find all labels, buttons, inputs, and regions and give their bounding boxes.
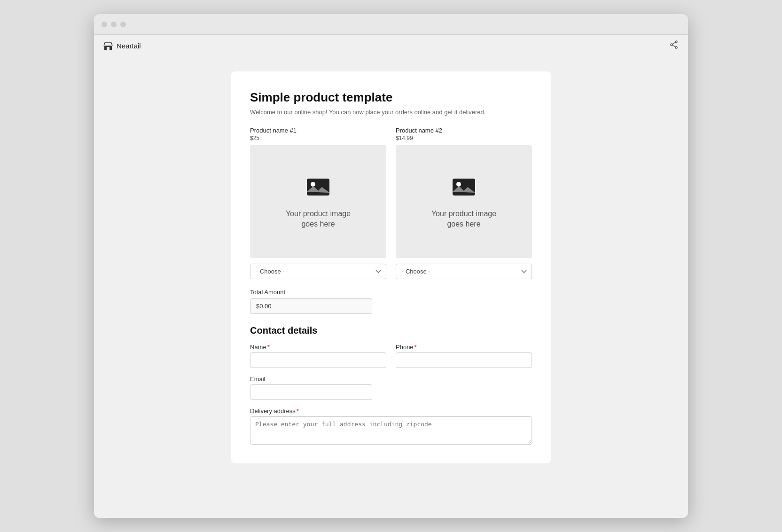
svg-point-2: [675, 41, 677, 43]
phone-input[interactable]: [396, 352, 532, 368]
svg-point-4: [675, 47, 677, 48]
total-label: Total Amount: [250, 289, 532, 296]
contact-section-title: Contact details: [250, 325, 532, 336]
brand-name: Neartail: [117, 42, 141, 50]
svg-point-8: [311, 182, 315, 187]
store-icon: [103, 41, 113, 51]
share-button[interactable]: [669, 40, 679, 52]
name-input[interactable]: [250, 352, 386, 368]
browser-nav: Neartail: [94, 35, 688, 57]
email-row: Email: [250, 376, 532, 400]
traffic-light-maximize: [120, 22, 126, 27]
product-2-image: Your product image goes here: [396, 145, 532, 258]
product-1-select[interactable]: - Choose -: [250, 264, 386, 279]
phone-field: Phone*: [396, 344, 532, 368]
image-icon-2: [451, 174, 477, 202]
product-2-image-text: Your product image goes here: [431, 209, 496, 230]
phone-required-star: *: [414, 344, 417, 351]
email-label: Email: [250, 376, 372, 383]
svg-rect-9: [453, 179, 475, 196]
svg-line-5: [673, 42, 675, 44]
product-2-name: Product name #2: [396, 127, 532, 134]
nav-brand: Neartail: [103, 41, 141, 51]
browser-titlebar: [94, 14, 688, 35]
name-field: Name*: [250, 344, 386, 368]
product-card-1: Product name #1 $25 Your pro: [250, 127, 386, 279]
name-label: Name*: [250, 344, 386, 351]
delivery-input[interactable]: [250, 416, 532, 445]
total-section: Total Amount: [250, 289, 532, 314]
product-1-image: Your product image goes here: [250, 145, 386, 258]
products-grid: Product name #1 $25 Your pro: [250, 127, 532, 279]
delivery-field: Delivery address*: [250, 407, 532, 445]
svg-point-10: [456, 182, 461, 187]
browser-window: Neartail Simple product template Welcome…: [94, 14, 688, 518]
delivery-label: Delivery address*: [250, 407, 532, 415]
email-field: Email: [250, 376, 372, 400]
svg-point-3: [671, 44, 673, 46]
svg-rect-7: [307, 179, 329, 196]
phone-label: Phone*: [396, 344, 532, 351]
email-input[interactable]: [250, 384, 372, 400]
product-1-name: Product name #1: [250, 127, 386, 134]
name-phone-row: Name* Phone*: [250, 344, 532, 368]
svg-rect-1: [107, 47, 109, 50]
traffic-light-close: [102, 22, 107, 27]
image-icon-1: [305, 174, 331, 202]
name-required-star: *: [267, 344, 270, 351]
page-title: Simple product template: [250, 90, 532, 105]
product-2-price: $14.99: [396, 135, 532, 141]
total-input[interactable]: [250, 298, 372, 314]
product-2-select[interactable]: - Choose -: [396, 264, 532, 279]
product-1-price: $25: [250, 135, 386, 141]
product-card-2: Product name #2 $14.99 Your product imag…: [396, 127, 532, 279]
product-1-image-text: Your product image goes here: [286, 209, 351, 230]
browser-content: Simple product template Welcome to our o…: [94, 57, 688, 518]
page-subtitle: Welcome to our online shop! You can now …: [250, 109, 532, 116]
page-card: Simple product template Welcome to our o…: [231, 71, 551, 463]
delivery-required-star: *: [297, 407, 299, 415]
traffic-light-minimize: [111, 22, 117, 27]
traffic-lights: [102, 22, 126, 27]
svg-line-6: [673, 45, 675, 47]
